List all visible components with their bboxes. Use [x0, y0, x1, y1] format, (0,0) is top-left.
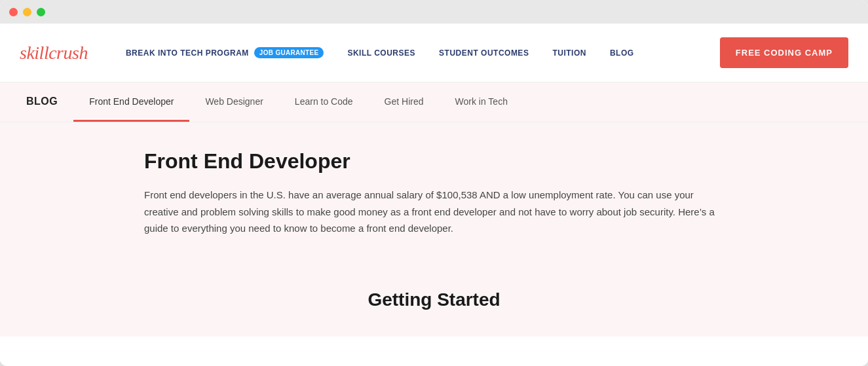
browser-titlebar — [0, 0, 868, 24]
main-content: Front End Developer Front end developers… — [0, 122, 868, 263]
getting-started-title: Getting Started — [144, 289, 724, 310]
nav-label-break-into-tech: BREAK INTO TECH PROGRAM — [126, 48, 249, 58]
blog-tabs-section: BLOG Front End Developer Web Designer Le… — [0, 82, 868, 122]
maximize-button-icon[interactable] — [37, 8, 45, 16]
navbar: skillcrush BREAK INTO TECH PROGRAM JOB G… — [0, 24, 868, 82]
minimize-button-icon[interactable] — [23, 8, 31, 16]
nav-item-break-into-tech[interactable]: BREAK INTO TECH PROGRAM JOB GUARANTEE — [114, 47, 336, 58]
nav-item-skill-courses[interactable]: SKILL COURSES — [335, 48, 427, 58]
nav-item-tuition[interactable]: TUITION — [540, 48, 598, 58]
tab-learn-to-code[interactable]: Learn to Code — [279, 83, 369, 122]
tab-get-hired[interactable]: Get Hired — [369, 83, 440, 122]
article-intro: Front end developers in the U.S. have an… — [144, 187, 724, 237]
close-button-icon[interactable] — [9, 8, 18, 16]
tab-web-designer[interactable]: Web Designer — [189, 83, 278, 122]
site-logo[interactable]: skillcrush — [20, 43, 88, 64]
nav-item-student-outcomes[interactable]: STUDENT OUTCOMES — [427, 48, 540, 58]
page-content: skillcrush BREAK INTO TECH PROGRAM JOB G… — [0, 24, 868, 366]
article-title: Front End Developer — [144, 149, 724, 174]
nav-item-blog[interactable]: BLOG — [598, 48, 646, 58]
blog-tabs: BLOG Front End Developer Web Designer Le… — [0, 82, 868, 122]
tab-work-in-tech[interactable]: Work in Tech — [440, 83, 523, 122]
tab-front-end-developer[interactable]: Front End Developer — [73, 83, 189, 122]
job-guarantee-badge: JOB GUARANTEE — [254, 47, 324, 58]
tab-blog-main[interactable]: BLOG — [26, 82, 73, 122]
free-coding-camp-button[interactable]: FREE CODING CAMP — [720, 37, 848, 68]
browser-window: skillcrush BREAK INTO TECH PROGRAM JOB G… — [0, 0, 868, 366]
nav-links: BREAK INTO TECH PROGRAM JOB GUARANTEE SK… — [114, 47, 720, 58]
getting-started-section: Getting Started — [0, 263, 868, 337]
